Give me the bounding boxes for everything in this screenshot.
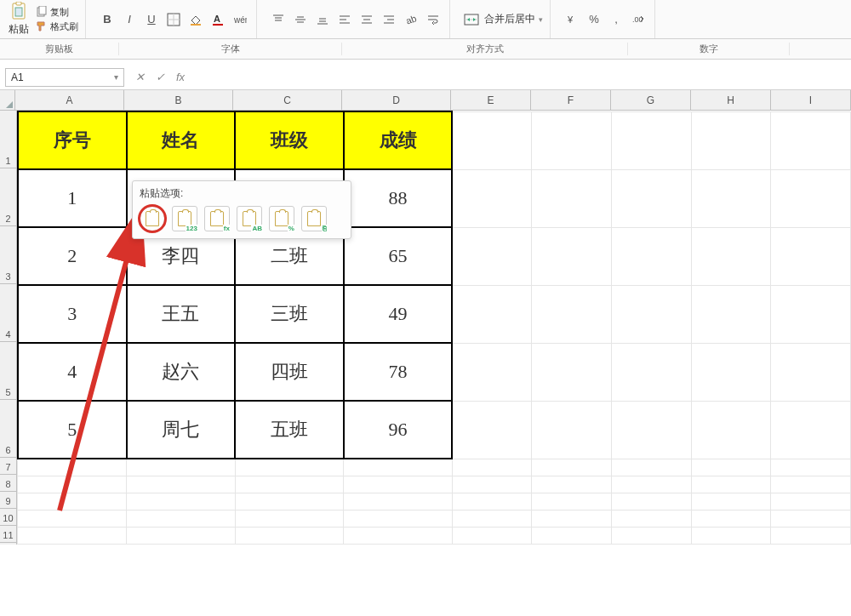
paste-formatting-option[interactable]: AB: [237, 206, 262, 231]
cell-D11[interactable]: [344, 527, 453, 544]
cell-B5[interactable]: 赵六: [127, 343, 236, 401]
cell-E8[interactable]: [452, 476, 532, 493]
row-header-6[interactable]: 6: [0, 400, 16, 458]
cell-B7[interactable]: [127, 459, 236, 476]
font-color-button[interactable]: A: [208, 10, 227, 29]
cell-I8[interactable]: [771, 476, 851, 493]
align-top-button[interactable]: [269, 10, 288, 29]
row-header-4[interactable]: 4: [0, 284, 16, 342]
format-painter-button[interactable]: 格式刷: [36, 20, 78, 33]
cell-H8[interactable]: [691, 476, 771, 493]
align-left-button[interactable]: [335, 10, 354, 29]
column-header-F[interactable]: F: [531, 90, 611, 110]
paste-button[interactable]: 粘贴: [5, 0, 32, 38]
cell-E9[interactable]: [452, 493, 532, 510]
cell-C6[interactable]: 五班: [235, 401, 344, 459]
increase-decimal-button[interactable]: .00: [629, 10, 648, 29]
cell-C8[interactable]: [235, 476, 344, 493]
cell-F9[interactable]: [532, 493, 612, 510]
fx-icon[interactable]: fx: [172, 71, 189, 83]
cell-F1[interactable]: [532, 111, 612, 169]
cell-G11[interactable]: [612, 527, 692, 544]
cell-F6[interactable]: [532, 401, 612, 459]
cell-H10[interactable]: [691, 510, 771, 527]
cell-E3[interactable]: [452, 227, 532, 285]
cell-I9[interactable]: [771, 493, 851, 510]
cell-G5[interactable]: [612, 343, 692, 401]
row-header-2[interactable]: 2: [0, 168, 16, 226]
column-header-C[interactable]: C: [233, 90, 342, 110]
grid-body[interactable]: 序号姓名班级成绩1班882李四二班653王五三班494赵六四班785周七五班96…: [17, 111, 851, 545]
column-header-A[interactable]: A: [15, 90, 124, 110]
cell-D9[interactable]: [344, 493, 453, 510]
cell-F11[interactable]: [532, 527, 612, 544]
chevron-down-icon[interactable]: ▾: [539, 15, 543, 24]
cell-G10[interactable]: [612, 510, 692, 527]
cell-H9[interactable]: [691, 493, 771, 510]
column-header-H[interactable]: H: [691, 90, 771, 110]
cell-F4[interactable]: [532, 285, 612, 343]
cell-C5[interactable]: 四班: [235, 343, 344, 401]
currency-button[interactable]: ¥: [563, 10, 581, 29]
cell-D7[interactable]: [344, 459, 453, 476]
cell-B8[interactable]: [127, 476, 236, 493]
cancel-icon[interactable]: ✕: [131, 71, 148, 83]
row-header-10[interactable]: 10: [0, 509, 16, 526]
cell-H3[interactable]: [691, 227, 771, 285]
underline-button[interactable]: U: [142, 10, 161, 29]
cell-A1[interactable]: 序号: [18, 111, 127, 169]
align-middle-button[interactable]: [291, 10, 310, 29]
select-all-corner[interactable]: [0, 90, 15, 111]
cell-A10[interactable]: [18, 510, 127, 527]
cell-I1[interactable]: [771, 111, 851, 169]
row-header-5[interactable]: 5: [0, 342, 16, 400]
cell-D4[interactable]: 49: [344, 285, 453, 343]
cell-C11[interactable]: [235, 527, 344, 544]
cell-F2[interactable]: [532, 169, 612, 227]
row-header-3[interactable]: 3: [0, 226, 16, 284]
cell-H5[interactable]: [691, 343, 771, 401]
italic-button[interactable]: I: [120, 10, 139, 29]
cell-F10[interactable]: [532, 510, 612, 527]
bold-button[interactable]: B: [98, 10, 117, 29]
column-header-E[interactable]: E: [451, 90, 531, 110]
cell-A7[interactable]: [18, 459, 127, 476]
cell-E1[interactable]: [452, 111, 532, 169]
cell-H6[interactable]: [691, 401, 771, 459]
cell-C9[interactable]: [235, 493, 344, 510]
column-header-D[interactable]: D: [342, 90, 451, 110]
cell-C10[interactable]: [235, 510, 344, 527]
cell-B9[interactable]: [127, 493, 236, 510]
cell-F7[interactable]: [532, 459, 612, 476]
cell-A3[interactable]: 2: [18, 227, 127, 285]
cell-E11[interactable]: [452, 527, 532, 544]
cell-G9[interactable]: [612, 493, 692, 510]
cell-G8[interactable]: [612, 476, 692, 493]
cell-G2[interactable]: [612, 169, 692, 227]
cell-G3[interactable]: [612, 227, 692, 285]
cell-A6[interactable]: 5: [18, 401, 127, 459]
cell-A5[interactable]: 4: [18, 343, 127, 401]
cell-I10[interactable]: [771, 510, 851, 527]
paste-formulas-option[interactable]: fx: [204, 206, 230, 231]
cell-A4[interactable]: 3: [18, 285, 127, 343]
cell-B1[interactable]: 姓名: [127, 111, 236, 169]
paste-all-option[interactable]: [140, 206, 165, 231]
cell-D10[interactable]: [344, 510, 453, 527]
merge-center-label[interactable]: 合并后居中: [484, 12, 535, 26]
confirm-icon[interactable]: ✓: [151, 71, 168, 83]
paste-values-option[interactable]: 123: [172, 206, 197, 231]
cell-B4[interactable]: 王五: [127, 285, 236, 343]
column-header-G[interactable]: G: [611, 90, 691, 110]
cell-A9[interactable]: [18, 493, 127, 510]
cell-I5[interactable]: [771, 343, 851, 401]
align-center-button[interactable]: [357, 10, 376, 29]
copy-button[interactable]: 复制: [36, 6, 78, 19]
cell-E2[interactable]: [452, 169, 532, 227]
cell-I6[interactable]: [771, 401, 851, 459]
cell-G6[interactable]: [612, 401, 692, 459]
cell-B11[interactable]: [127, 527, 236, 544]
cell-I4[interactable]: [771, 285, 851, 343]
border-button[interactable]: [164, 10, 183, 29]
row-header-1[interactable]: 1: [0, 111, 16, 168]
